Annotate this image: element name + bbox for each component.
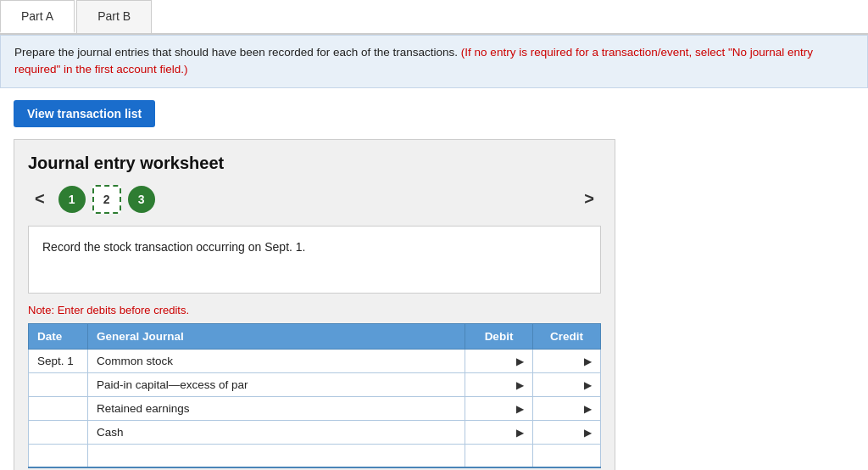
step-2[interactable]: 2 xyxy=(92,185,121,214)
journal-table: Date General Journal Debit Credit Sept. … xyxy=(28,323,601,469)
table-row-date xyxy=(29,444,88,467)
note-text: Note: Enter debits before credits. xyxy=(28,304,601,316)
table-row-date xyxy=(29,396,88,420)
table-row-description[interactable]: Common stock xyxy=(88,349,465,372)
col-date: Date xyxy=(29,323,88,349)
next-button[interactable]: > xyxy=(577,186,601,212)
table-row-date: Sept. 1 xyxy=(29,349,88,372)
table-row-description[interactable]: Paid-in capital—excess of par xyxy=(88,372,465,396)
table-row-credit[interactable]: ▶ xyxy=(533,420,601,444)
record-instruction-box: Record the stock transaction occurring o… xyxy=(28,226,601,294)
table-row-credit[interactable]: ▶ xyxy=(533,349,601,372)
table-row-date xyxy=(29,420,88,444)
credit-arrow-icon: ▶ xyxy=(584,379,592,391)
tab-part-b[interactable]: Part B xyxy=(76,0,152,33)
table-row-description[interactable]: Retained earnings xyxy=(88,396,465,420)
table-row-description[interactable]: Cash xyxy=(88,420,465,444)
tab-bar: Part A Part B xyxy=(0,0,868,35)
debit-arrow-icon: ▶ xyxy=(516,355,524,367)
credit-arrow-icon: ▶ xyxy=(584,355,592,367)
record-instruction-text: Record the stock transaction occurring o… xyxy=(42,240,306,254)
table-row-credit[interactable]: ▶ xyxy=(533,396,601,420)
table-row-debit[interactable]: ▶ xyxy=(465,372,533,396)
table-row-debit[interactable]: ▶ xyxy=(465,396,533,420)
table-row-credit[interactable]: ▶ xyxy=(533,372,601,396)
credit-arrow-icon: ▶ xyxy=(584,427,592,439)
debit-arrow-icon: ▶ xyxy=(516,403,524,415)
debit-arrow-icon: ▶ xyxy=(516,379,524,391)
table-row-date xyxy=(29,372,88,396)
debit-arrow-icon: ▶ xyxy=(516,427,524,439)
table-row-credit[interactable] xyxy=(533,444,601,467)
credit-arrow-icon: ▶ xyxy=(584,403,592,415)
step-3[interactable]: 3 xyxy=(128,186,155,213)
table-row-description[interactable] xyxy=(88,444,465,467)
step-1[interactable]: 1 xyxy=(58,186,86,213)
worksheet-title: Journal entry worksheet xyxy=(28,154,601,173)
view-transaction-button[interactable]: View transaction list xyxy=(14,100,155,127)
instruction-box: Prepare the journal entries that should … xyxy=(0,35,868,88)
table-row-debit[interactable] xyxy=(465,444,533,467)
table-row-debit[interactable]: ▶ xyxy=(465,349,533,372)
col-credit: Credit xyxy=(533,323,601,349)
col-general-journal: General Journal xyxy=(88,323,465,349)
tab-part-a[interactable]: Part A xyxy=(0,0,75,33)
nav-row: < 1 2 3 > xyxy=(28,185,601,214)
prev-button[interactable]: < xyxy=(28,186,52,212)
table-row-debit[interactable]: ▶ xyxy=(465,420,533,444)
instruction-main: Prepare the journal entries that should … xyxy=(14,46,458,59)
col-debit: Debit xyxy=(465,323,533,349)
worksheet-container: Journal entry worksheet < 1 2 3 > Record… xyxy=(14,139,615,471)
